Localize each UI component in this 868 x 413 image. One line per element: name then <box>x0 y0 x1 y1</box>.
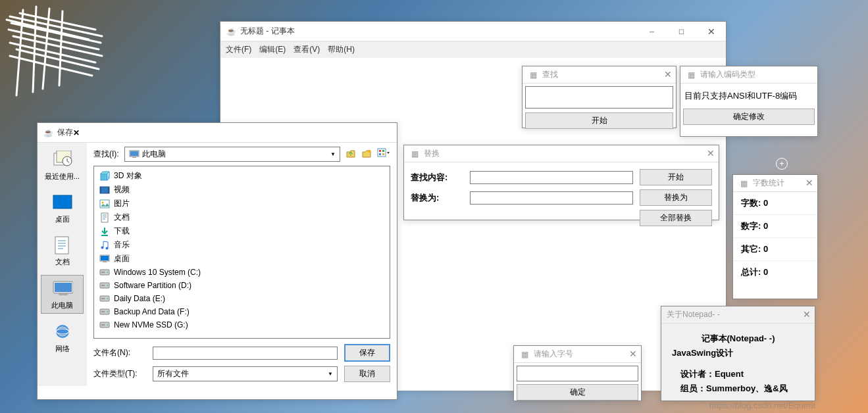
list-item[interactable]: 文档 <box>97 210 387 224</box>
menu-view[interactable]: 查看(V) <box>294 44 320 55</box>
list-item[interactable]: Daily Data (E:) <box>97 292 387 305</box>
svg-rect-19 <box>379 150 381 152</box>
menu-edit[interactable]: 编辑(E) <box>259 44 286 55</box>
location-dropdown[interactable]: 此电脑 ▼ <box>124 147 340 162</box>
network-icon <box>52 322 73 343</box>
replace-button[interactable]: 替换为 <box>640 189 712 206</box>
svg-point-43 <box>107 285 108 286</box>
svg-rect-23 <box>101 174 107 180</box>
maximize-button[interactable]: ☐ <box>667 22 696 41</box>
find-title: 查找 <box>542 69 558 80</box>
svg-rect-47 <box>101 298 105 299</box>
encoding-title: 请输入编码类型 <box>700 69 755 80</box>
up-folder-icon[interactable] <box>345 148 356 160</box>
replace-with-input[interactable] <box>470 191 633 205</box>
close-button[interactable]: ✕ <box>803 309 811 320</box>
replace-start-button[interactable]: 开始 <box>640 169 712 185</box>
svg-rect-50 <box>101 311 105 312</box>
list-item[interactable]: Software Partition (D:) <box>97 279 387 292</box>
svg-rect-41 <box>101 272 105 273</box>
filename-input[interactable] <box>153 347 338 360</box>
hdd-icon <box>99 280 110 291</box>
save-dialog: ☕ 保存 ✕ 最近使用... 桌面 文档 此电脑 网络 <box>37 122 397 400</box>
svg-rect-37 <box>101 256 109 260</box>
close-button[interactable]: ✕ <box>629 349 637 359</box>
view-icon[interactable] <box>377 148 390 160</box>
wordcount-window: ▦ 字数统计 ✕ 字数: 0 数字: 0 其它: 0 总计: 0 <box>732 174 818 299</box>
list-item[interactable]: 桌面 <box>97 252 387 266</box>
list-item[interactable]: New NVMe SSD (G:) <box>97 318 387 331</box>
svg-rect-4 <box>55 237 68 254</box>
filename-label: 文件名(N): <box>93 347 146 358</box>
save-button[interactable]: 保存 <box>344 344 390 362</box>
desktop-icon <box>52 192 73 213</box>
svg-rect-16 <box>132 157 136 158</box>
list-item[interactable]: 视频 <box>97 183 387 197</box>
file-list[interactable]: 3D 对象视频图片文档下载音乐桌面Windows 10 System (C:)S… <box>93 166 390 339</box>
replace-title: 替换 <box>424 148 440 159</box>
new-folder-icon[interactable] <box>361 148 372 160</box>
close-button[interactable]: ✕ <box>707 148 715 158</box>
documents-icon <box>52 235 73 256</box>
filetype-dropdown[interactable]: 所有文件▼ <box>153 366 338 381</box>
computer-icon <box>129 150 140 159</box>
list-item[interactable]: 3D 对象 <box>97 169 387 183</box>
list-item[interactable]: 下载 <box>97 224 387 238</box>
svg-point-35 <box>106 247 109 249</box>
computer-icon <box>52 278 73 299</box>
note-icon <box>99 240 110 251</box>
about-content: 记事本(Notepad- -) JavaSwing设计 设计者：Equent 组… <box>661 324 815 404</box>
encoding-message: 目前只支持ANSI和UTF-8编码 <box>680 84 817 109</box>
window-icon: ▦ <box>686 70 696 80</box>
menu-file[interactable]: 文件(F) <box>226 44 251 55</box>
java-icon: ☕ <box>226 26 236 37</box>
list-item[interactable]: Backup And Data (F:) <box>97 305 387 318</box>
close-button[interactable]: ✕ <box>73 128 80 137</box>
list-item[interactable]: Windows 10 System (C:) <box>97 266 387 279</box>
window-icon: ▦ <box>519 349 530 360</box>
close-button[interactable]: ✕ <box>664 69 672 80</box>
mon-icon <box>99 254 110 264</box>
find-label: 查找内容: <box>411 172 463 183</box>
replace-find-input[interactable] <box>470 171 633 184</box>
fontsize-input[interactable] <box>517 366 638 381</box>
replace-all-button[interactable]: 全部替换 <box>640 210 712 226</box>
fontsize-ok-button[interactable]: 确定 <box>517 384 638 401</box>
about-title: 关于Notepad- - <box>667 309 720 320</box>
minimize-button[interactable]: ─ <box>637 22 667 41</box>
filetype-label: 文件类型(T): <box>93 368 146 379</box>
find-start-button[interactable]: 开始 <box>525 112 673 129</box>
sidebar-thispc[interactable]: 此电脑 <box>41 275 84 314</box>
about-window: 关于Notepad- - ✕ 记事本(Notepad- -) JavaSwing… <box>661 306 815 401</box>
lookin-label: 查找(I): <box>93 149 119 160</box>
cancel-button[interactable]: 取消 <box>344 366 390 382</box>
list-item[interactable]: 音乐 <box>97 238 387 252</box>
list-item[interactable]: 图片 <box>97 197 387 210</box>
fontsize-title: 请输入字号 <box>534 349 573 360</box>
pic-icon <box>99 199 110 209</box>
sidebar-recent[interactable]: 最近使用... <box>41 147 84 184</box>
svg-rect-44 <box>101 285 105 286</box>
window-icon: ▦ <box>409 149 420 159</box>
svg-rect-18 <box>378 149 386 157</box>
sidebar-network[interactable]: 网络 <box>41 319 84 356</box>
plus-icon[interactable]: + <box>776 158 788 170</box>
svg-rect-10 <box>55 283 72 292</box>
close-button[interactable]: ✕ <box>805 178 813 188</box>
stat-total: 总计: 0 <box>733 261 817 283</box>
svg-point-40 <box>107 272 108 273</box>
sidebar-desktop[interactable]: 桌面 <box>41 189 84 227</box>
menu-help[interactable]: 帮助(H) <box>328 44 355 55</box>
svg-point-46 <box>107 298 108 299</box>
film-icon <box>99 185 110 195</box>
svg-rect-53 <box>101 324 105 326</box>
svg-rect-27 <box>100 200 109 208</box>
find-input[interactable] <box>525 86 673 109</box>
fontsize-window: ▦ 请输入字号 ✕ 确定 <box>513 345 642 401</box>
close-button[interactable]: ✕ <box>696 22 726 41</box>
svg-point-17 <box>368 150 370 153</box>
encoding-ok-button[interactable]: 确定修改 <box>683 109 815 125</box>
stat-other: 其它: 0 <box>733 238 817 261</box>
watermark: https://blog.csdn.net/Equent <box>709 401 815 410</box>
sidebar-documents[interactable]: 文档 <box>41 232 84 270</box>
